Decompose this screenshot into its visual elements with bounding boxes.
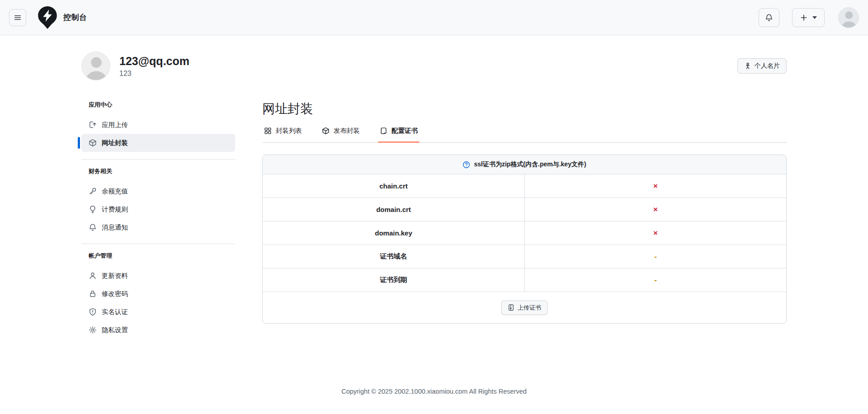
sidebar-heading-finance: 财务相关	[81, 168, 235, 175]
tab-publish-package[interactable]: 发布封装	[320, 127, 362, 142]
gear-icon	[89, 326, 97, 334]
cert-file-label: 证书域名	[380, 252, 407, 261]
profile-email: 123@qq.com	[119, 54, 189, 68]
lightning-pin-logo	[36, 5, 59, 30]
lightbulb-icon	[89, 205, 97, 213]
tab-package-list[interactable]: 封装列表	[262, 127, 304, 142]
bell-icon	[89, 223, 97, 231]
upload-icon	[89, 121, 97, 129]
plus-icon	[800, 14, 808, 22]
sidebar-heading-app-center: 应用中心	[81, 101, 235, 108]
sidebar-item-label: 计费规则	[102, 205, 128, 214]
profile-username: 123	[119, 70, 189, 78]
tab-label: 发布封装	[334, 127, 360, 135]
grid-icon	[264, 127, 272, 135]
tab-bar: 封装列表 发布封装 配置证书	[262, 127, 787, 143]
tab-configure-certificate[interactable]: 配置证书	[378, 127, 420, 142]
table-row: chain.crt ×	[263, 174, 786, 198]
create-new-button[interactable]	[792, 8, 825, 27]
sidebar-item-privacy-settings[interactable]: 隐私设置	[81, 321, 235, 339]
cert-status-value: ×	[653, 229, 658, 238]
file-check-icon	[380, 127, 387, 135]
sidebar-item-label: 消息通知	[102, 223, 128, 232]
bell-icon	[765, 14, 773, 22]
table-row: domain.key ×	[263, 221, 786, 245]
package-icon	[322, 127, 330, 135]
table-row: domain.crt ×	[263, 198, 786, 221]
profile-header: 123@qq.com 123 个人名片	[81, 52, 787, 80]
sidebar-item-url-package[interactable]: 网址封装	[81, 134, 235, 152]
sidebar-item-label: 网址封装	[102, 139, 128, 147]
sidebar: 应用中心 应用上传 网址封装 财务相关	[81, 100, 235, 343]
sidebar-item-real-name-verification[interactable]: 实名认证	[81, 303, 235, 321]
cert-file-label: domain.crt	[376, 206, 411, 213]
file-zip-icon	[508, 304, 514, 311]
sidebar-item-billing-rules[interactable]: 计费规则	[81, 200, 235, 218]
cert-file-label: chain.crt	[379, 182, 408, 190]
sidebar-item-balance-recharge[interactable]: 余额充值	[81, 182, 235, 200]
cert-status-value: -	[654, 252, 657, 261]
sidebar-item-change-password[interactable]: 修改密码	[81, 285, 235, 303]
cert-file-label: 证书到期	[380, 276, 407, 284]
certificate-notice-text: ssl证书为zip格式(内含.pem与.key文件)	[474, 160, 586, 169]
sidebar-divider	[81, 244, 235, 244]
sidebar-item-label: 实名认证	[102, 308, 128, 316]
table-row: 证书域名 -	[263, 245, 786, 268]
upload-certificate-label: 上传证书	[518, 304, 541, 312]
sidebar-item-update-profile[interactable]: 更新资料	[81, 267, 235, 285]
topbar: 控制台	[0, 0, 868, 35]
personal-card-label: 个人名片	[755, 62, 780, 70]
hamburger-icon	[14, 14, 22, 22]
sidebar-divider	[81, 159, 235, 160]
sidebar-item-label: 应用上传	[102, 121, 128, 129]
app-title: 控制台	[63, 12, 87, 23]
sidebar-item-label: 隐私设置	[102, 326, 128, 334]
certificate-table: ssl证书为zip格式(内含.pem与.key文件) chain.crt × d…	[262, 155, 787, 324]
main-content: 网址封装 封装列表 发布封装	[262, 100, 787, 343]
lock-icon	[89, 290, 97, 298]
user-avatar[interactable]	[838, 7, 859, 28]
tab-label: 封装列表	[276, 127, 302, 135]
table-row: 证书到期 -	[263, 268, 786, 292]
sidebar-item-label: 更新资料	[102, 272, 128, 280]
cert-status-value: -	[654, 276, 657, 285]
table-footer-row: 上传证书	[263, 292, 786, 323]
tab-label: 配置证书	[392, 127, 418, 135]
question-circle-icon[interactable]	[462, 161, 470, 169]
sidebar-item-notifications[interactable]: 消息通知	[81, 218, 235, 236]
certificate-notice-row: ssl证书为zip格式(内含.pem与.key文件)	[263, 155, 786, 174]
sidebar-item-label: 修改密码	[102, 290, 128, 298]
person-badge-icon	[744, 62, 751, 70]
profile-avatar	[81, 52, 110, 80]
copyright-text: Copyright © 2025 2002.1000.xiaomiou.com …	[81, 388, 787, 395]
page-title: 网址封装	[262, 100, 787, 118]
package-icon	[89, 139, 97, 147]
sidebar-item-app-upload[interactable]: 应用上传	[81, 116, 235, 134]
notifications-button[interactable]	[759, 8, 779, 27]
cert-status-value: ×	[653, 205, 658, 214]
personal-card-button[interactable]: 个人名片	[737, 58, 787, 74]
shield-icon	[89, 308, 97, 316]
sidebar-item-label: 余额充值	[102, 187, 128, 196]
menu-button[interactable]	[9, 9, 26, 26]
chevron-down-icon	[812, 16, 817, 19]
upload-certificate-button[interactable]: 上传证书	[501, 301, 547, 315]
cert-file-label: domain.key	[375, 229, 412, 237]
key-icon	[89, 187, 97, 195]
sidebar-heading-account: 帐户管理	[81, 252, 235, 259]
cert-status-value: ×	[653, 182, 658, 191]
person-icon	[89, 272, 97, 280]
